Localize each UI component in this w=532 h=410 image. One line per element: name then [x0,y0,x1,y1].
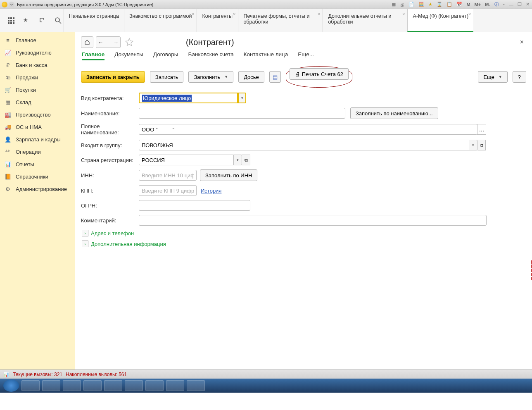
info-icon[interactable]: ⓘ [494,1,500,7]
tool-icon[interactable]: 📋 [446,2,453,7]
group-combo[interactable]: ▾ ⧉ [139,140,526,150]
history-link[interactable]: История [201,188,221,194]
tab-counterparties[interactable]: Контрагенты× [197,9,238,32]
sidebar-item-bank[interactable]: ₽Банк и касса [0,59,75,71]
tool-icon[interactable]: ⌛ [436,2,443,7]
taskbar-item[interactable] [21,380,40,391]
tab-close-icon[interactable]: × [233,12,235,17]
sidebar-item-purchases[interactable]: 🛒Покупки [0,83,75,96]
row-counterparty-type: Вид контрагента: Юридическое лицо ▾ [81,93,526,103]
taskbar-item[interactable] [104,380,122,391]
sidebar-item-admin[interactable]: ⚙Администрирование [0,183,75,195]
help-button[interactable]: ? [513,71,526,83]
ellipsis-button[interactable]: … [477,124,486,135]
taskbar-item[interactable] [187,380,205,391]
country-input[interactable] [139,155,234,165]
tab-print-forms[interactable]: Печатные формы, отчеты и обработки× [238,9,323,32]
type-combo[interactable]: Юридическое лицо ▾ [139,93,246,103]
memory-mplus[interactable]: M+ [474,2,482,7]
calendar-icon[interactable]: 📅 [456,2,463,7]
country-combo[interactable]: ▾ ⧉ [139,155,250,165]
taskbar-item[interactable] [166,380,184,391]
save-close-button[interactable]: Записать и закрыть [81,71,145,83]
dossier-button[interactable]: Досье [238,71,264,83]
inn-input[interactable] [139,170,197,181]
section-tab-contracts[interactable]: Договоры [153,51,178,60]
expander-additional-info[interactable]: › Дополнительная информация [82,241,526,247]
tool-icon[interactable]: 🖨 [399,2,405,7]
close-button[interactable]: ✕ [525,2,530,7]
start-button[interactable] [3,379,19,392]
sidebar-item-warehouse[interactable]: ▦Склад [0,96,75,108]
section-tab-documents[interactable]: Документы [114,51,143,60]
tool-icon[interactable]: ▦ [391,2,397,7]
sidebar-item-production[interactable]: 🏭Производство [0,108,75,121]
taskbar-item[interactable] [145,380,164,391]
name-input[interactable] [139,108,345,119]
minimize-button[interactable]: — [508,2,514,7]
section-tab-contacts[interactable]: Контактные лица [244,51,288,60]
tab-close-icon[interactable]: × [402,12,405,17]
sidebar-item-reports[interactable]: 📊Отчеты [0,158,75,170]
home-button[interactable] [81,36,93,48]
tab-a-med[interactable]: А-Мед (Ф) (Контрагент)× [407,9,473,32]
sidebar-item-directories[interactable]: 📙Справочники [0,170,75,183]
kpp-input[interactable] [139,185,197,196]
app-menu-dropdown[interactable] [9,2,14,7]
taskbar-item[interactable] [42,380,60,391]
history-icon[interactable] [39,17,46,24]
open-button[interactable]: ⧉ [242,155,250,165]
type-field[interactable]: Юридическое лицо [139,93,238,103]
more-button[interactable]: Еще [478,71,507,83]
sidebar-item-sales[interactable]: 🛍Продажи [0,71,75,83]
app-icon [2,2,7,7]
fill-by-name-button[interactable]: Заполнить по наименованию... [350,107,438,119]
favorite-icon[interactable]: ★ [428,2,433,7]
favorite-star-icon[interactable] [125,38,134,47]
tab-close-icon[interactable]: × [318,12,320,17]
memory-mminus[interactable]: M- [484,2,491,7]
section-tab-more[interactable]: Еще... [298,51,314,60]
search-icon[interactable] [55,17,62,24]
apps-grid-icon[interactable] [7,17,15,24]
tab-additional-reports[interactable]: Дополнительные отчеты и обработки× [323,9,407,32]
sidebar-item-os-nma[interactable]: 🚚ОС и НМА [0,121,75,133]
save-button[interactable]: Записать [150,71,184,83]
list-view-button[interactable]: ▤ [269,71,281,83]
tool-icon[interactable]: 📄 [408,2,415,7]
memory-m[interactable]: M [466,2,471,7]
print-invoice-button[interactable]: 🖨Печать Счета 62 [290,68,349,80]
open-button[interactable]: ⧉ [477,140,486,150]
dropdown-icon[interactable]: ▾ [238,93,246,103]
taskbar-item[interactable] [83,380,102,391]
row-group: Входит в группу: ▾ ⧉ [81,140,526,150]
group-input[interactable] [139,140,469,150]
dropdown-icon[interactable]: ▾ [234,155,242,165]
sidebar-item-salary[interactable]: 👤Зарплата и кадры [0,133,75,145]
expander-address[interactable]: › Адрес и телефон [82,230,526,236]
tab-intro[interactable]: Знакомство с программой× [124,9,197,32]
nav-back-forward[interactable]: ←→ [96,36,121,48]
comment-input[interactable] [139,215,487,226]
maximize-button[interactable]: ❐ [517,2,522,7]
tool-icon[interactable]: 🧮 [418,2,425,7]
tab-close-icon[interactable]: × [468,12,471,17]
label-ogrn: ОГРН: [81,203,139,209]
sidebar-item-manager[interactable]: 📈Руководителю [0,46,75,59]
section-tab-bank-accounts[interactable]: Банковские счета [188,51,234,60]
taskbar-item[interactable] [125,380,143,391]
section-tab-main[interactable]: Главное [82,51,104,60]
full-name-input[interactable] [139,124,477,135]
taskbar-item[interactable] [63,380,81,391]
page-close-icon[interactable]: × [520,38,526,46]
tab-close-icon[interactable]: × [192,12,194,17]
sidebar-item-operations[interactable]: ᴬᵏОперации [0,145,75,158]
dropdown-icon[interactable]: ▾ [469,140,477,150]
star-icon[interactable]: ★ [23,17,31,24]
fill-by-inn-button[interactable]: Заполнить по ИНН [200,169,257,181]
ogrn-input[interactable] [139,200,250,211]
fill-button[interactable]: Заполнить [188,71,233,83]
info-dropdown[interactable]: ▾ [502,2,506,6]
sidebar-item-main[interactable]: ≡Главное [0,34,75,46]
tab-start-page[interactable]: Начальная страница [64,9,124,32]
